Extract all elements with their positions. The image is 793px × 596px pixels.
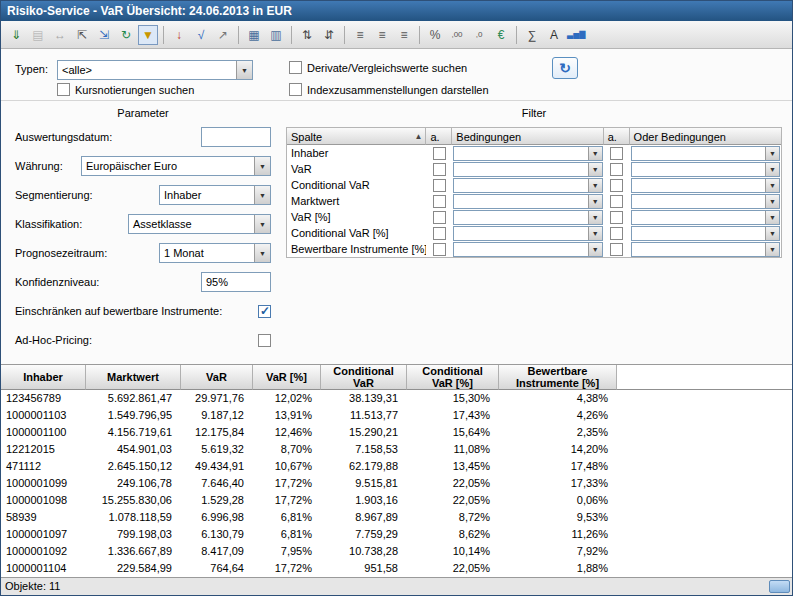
result-column-header[interactable]: Bewertbare Instrumente [%] xyxy=(499,365,617,390)
table-row[interactable]: 10000011004.156.719,6112.175,8412,46%15.… xyxy=(1,424,792,441)
table-cell: 8.967,89 xyxy=(321,509,407,526)
filter-and-checkbox[interactable] xyxy=(433,195,446,208)
filter-bedingungen-select[interactable]: ▼ xyxy=(453,194,602,209)
chevron-down-icon: ▼ xyxy=(765,147,779,160)
filter-oder-bedingungen-select[interactable]: ▼ xyxy=(631,226,780,241)
table-row[interactable]: 12212015454.901,035.619,328,70%7.158,531… xyxy=(1,441,792,458)
filter-bedingungen-select[interactable]: ▼ xyxy=(453,162,602,177)
derivate-checkbox-row[interactable]: Derivate/Vergleichswerte suchen xyxy=(289,61,467,74)
filter-oder-bedingungen-cell: ▼ xyxy=(630,241,781,257)
table-columns-icon[interactable]: ▥ xyxy=(266,25,286,45)
chart-trend-icon[interactable]: ↗ xyxy=(213,25,233,45)
filter-bedingungen-select[interactable]: ▼ xyxy=(453,210,602,225)
filter-and-checkbox[interactable] xyxy=(433,227,446,240)
typen-select[interactable]: <alle> ▼ xyxy=(57,60,253,80)
percent-format-icon[interactable]: % xyxy=(425,25,445,45)
auswertungsdatum-input[interactable] xyxy=(201,127,271,147)
chevron-down-icon: ▼ xyxy=(765,163,779,176)
chevron-down-icon: ▼ xyxy=(588,195,602,208)
filter-bedingungen-select[interactable]: ▼ xyxy=(453,178,602,193)
filter-oder-checkbox[interactable] xyxy=(610,243,623,256)
filter-oder-bedingungen-value xyxy=(632,179,765,192)
result-column-header[interactable]: Marktwert xyxy=(86,365,181,390)
increase-decimal-icon[interactable]: ,00 xyxy=(447,25,467,45)
filter-icon[interactable]: ▼ xyxy=(138,25,158,45)
konfidenzniveau-input[interactable]: 95% xyxy=(201,272,271,292)
sort-asc-icon[interactable]: ⇅ xyxy=(297,25,317,45)
filter-oder-checkbox[interactable] xyxy=(610,211,623,224)
filter-and-checkbox[interactable] xyxy=(433,163,446,176)
filter-bedingungen-select[interactable]: ▼ xyxy=(453,242,602,257)
filter-column-header[interactable]: a. xyxy=(426,128,452,145)
filter-oder-bedingungen-select[interactable]: ▼ xyxy=(631,194,780,209)
table-row[interactable]: 1000001104229.584,99764,6417,72%951,5822… xyxy=(1,560,792,577)
currency-format-icon[interactable]: € xyxy=(491,25,511,45)
filter-and-checkbox[interactable] xyxy=(433,179,446,192)
filter-column-header[interactable]: Oder Bedingungen xyxy=(630,128,781,145)
sum-icon[interactable]: ∑ xyxy=(522,25,542,45)
derivate-checkbox[interactable] xyxy=(289,61,302,74)
table-row[interactable]: 1000001097799.198,036.130,796,81%7.759,2… xyxy=(1,526,792,543)
table-row[interactable]: 100000109815.255.830,061.529,2817,72%1.9… xyxy=(1,492,792,509)
sort-desc-icon[interactable]: ⇵ xyxy=(319,25,339,45)
waehrung-select[interactable]: Europäischer Euro ▼ xyxy=(81,156,271,176)
refresh-search-button[interactable]: ↻ xyxy=(552,57,578,79)
table-icon[interactable]: ▦ xyxy=(244,25,264,45)
filter-oder-checkbox[interactable] xyxy=(610,195,623,208)
filter-oder-checkbox[interactable] xyxy=(610,227,623,240)
filter-column-header[interactable]: Bedingungen xyxy=(452,128,603,145)
filter-column-header[interactable]: Spalte▲ xyxy=(287,128,426,145)
filter-oder-bedingungen-select[interactable]: ▼ xyxy=(631,242,780,257)
klassifikation-select[interactable]: Assetklasse ▼ xyxy=(128,214,271,234)
filter-oder-bedingungen-select[interactable]: ▼ xyxy=(631,146,780,161)
align-center-icon[interactable]: ≡ xyxy=(372,25,392,45)
table-row[interactable]: 10000011031.549.796,959.187,1213,91%11.5… xyxy=(1,407,792,424)
filter-oder-bedingungen-select[interactable]: ▼ xyxy=(631,162,780,177)
index-checkbox-row[interactable]: Indexzusammenstellungen darstellen xyxy=(289,83,489,96)
adhoc-pricing-checkbox[interactable] xyxy=(258,334,271,347)
filter-and-checkbox[interactable] xyxy=(433,211,446,224)
restore-size-icon[interactable]: ⇱ xyxy=(72,25,92,45)
refresh-icon[interactable]: ↻ xyxy=(116,25,136,45)
filter-oder-checkbox[interactable] xyxy=(610,179,623,192)
table-row[interactable]: 10000010921.336.667,898.417,097,95%10.73… xyxy=(1,543,792,560)
table-row[interactable]: 4711122.645.150,1249.434,9110,67%62.179,… xyxy=(1,458,792,475)
filter-oder-bedingungen-select[interactable]: ▼ xyxy=(631,178,780,193)
filter-oder-and-cell xyxy=(604,193,630,209)
table-row[interactable]: 1234567895.692.861,4729.971,7612,02%38.1… xyxy=(1,390,792,407)
prognosezeitraum-select[interactable]: 1 Monat ▼ xyxy=(159,243,271,263)
filter-bedingungen-select[interactable]: ▼ xyxy=(453,226,602,241)
adhoc-pricing-label: Ad-Hoc-Pricing: xyxy=(15,334,92,346)
chart-root-icon[interactable]: √ xyxy=(191,25,211,45)
align-left-icon[interactable]: ≡ xyxy=(350,25,370,45)
indexzusammenstellungen-checkbox[interactable] xyxy=(289,83,302,96)
expand-icon[interactable]: ⇲ xyxy=(94,25,114,45)
export-icon[interactable]: ⇓ xyxy=(6,25,26,45)
result-column-header[interactable]: Conditional VaR xyxy=(321,365,407,390)
filter-oder-checkbox[interactable] xyxy=(610,163,623,176)
result-column-header[interactable]: Conditional VaR [%] xyxy=(407,365,499,390)
table-cell: 17,48% xyxy=(499,458,617,475)
chart-icon[interactable]: ▃▅▇ xyxy=(566,25,586,45)
einschraenken-checkbox[interactable] xyxy=(258,305,271,318)
table-row[interactable]: 589391.078.118,596.996,986,81%8.967,898,… xyxy=(1,509,792,526)
result-column-header[interactable]: VaR xyxy=(181,365,253,390)
hscroll-thumb[interactable] xyxy=(769,580,790,593)
align-right-icon[interactable]: ≡ xyxy=(394,25,414,45)
font-icon[interactable]: A xyxy=(544,25,564,45)
filter-and-checkbox[interactable] xyxy=(433,243,446,256)
filter-oder-bedingungen-select[interactable]: ▼ xyxy=(631,210,780,225)
result-column-header[interactable]: VaR [%] xyxy=(253,365,321,390)
filter-column-header[interactable]: a. xyxy=(604,128,630,145)
chart-down-icon[interactable]: ↓ xyxy=(169,25,189,45)
filter-and-checkbox[interactable] xyxy=(433,147,446,160)
filter-column-name: VaR xyxy=(287,161,426,177)
kurs-checkbox-row[interactable]: Kursnotierungen suchen xyxy=(57,83,194,96)
filter-oder-checkbox[interactable] xyxy=(610,147,623,160)
segmentierung-select[interactable]: Inhaber ▼ xyxy=(159,185,271,205)
result-column-header[interactable]: Inhaber xyxy=(1,365,86,390)
decrease-decimal-icon[interactable]: ,0 xyxy=(469,25,489,45)
filter-bedingungen-select[interactable]: ▼ xyxy=(453,146,602,161)
kursnotierungen-checkbox[interactable] xyxy=(57,83,70,96)
table-row[interactable]: 1000001099249.106,787.646,4017,72%9.515,… xyxy=(1,475,792,492)
